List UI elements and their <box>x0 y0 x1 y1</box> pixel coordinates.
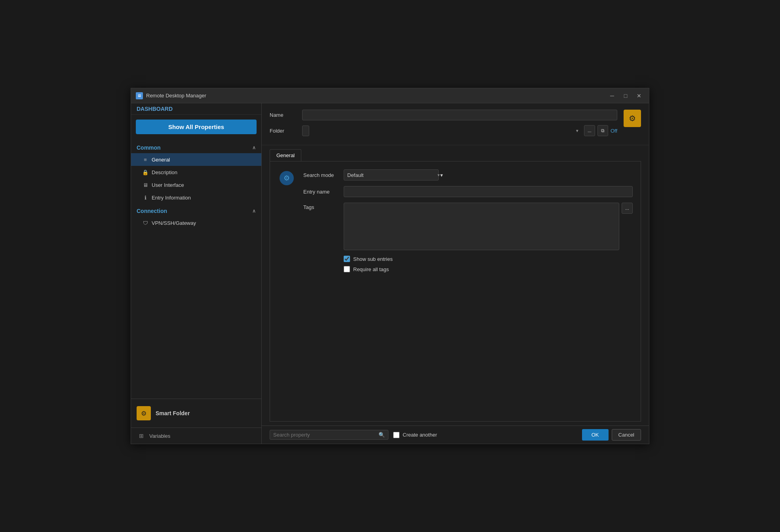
search-mode-select-wrapper: Default Fuzzy Exact ▾ <box>344 169 443 180</box>
sidebar-item-general[interactable]: ≡ General <box>131 153 261 166</box>
folder-chevron-icon: ▾ <box>576 128 578 133</box>
entry-information-icon: ℹ <box>142 194 148 201</box>
tags-textarea[interactable] <box>344 203 619 250</box>
user-interface-icon: 🖥 <box>142 182 148 188</box>
settings-gear-button[interactable]: ⚙ <box>624 110 641 127</box>
name-input[interactable] <box>302 110 617 120</box>
dashboard-label: DASHBOARD <box>131 103 261 115</box>
show-all-properties-button[interactable]: Show All Properties <box>136 120 257 134</box>
entry-name-input[interactable] <box>344 186 633 197</box>
sidebar-item-entry-information-label: Entry Information <box>152 195 191 201</box>
sidebar-bottom-bar: ⊞ Variables <box>131 428 261 444</box>
sidebar-item-entry-information[interactable]: ℹ Entry Information <box>131 191 261 204</box>
sidebar: DASHBOARD Show All Properties Common ∧ ≡… <box>131 103 262 444</box>
sidebar-item-general-label: General <box>152 157 170 163</box>
sidebar-item-description-label: Description <box>152 169 177 175</box>
close-button[interactable]: ✕ <box>634 91 644 100</box>
show-sub-entries-checkbox[interactable] <box>344 256 350 262</box>
variables-label: Variables <box>149 433 170 439</box>
require-all-tags-checkbox[interactable] <box>344 266 350 272</box>
folder-dots-button[interactable]: ... <box>584 125 595 136</box>
content-area: DASHBOARD Show All Properties Common ∧ ≡… <box>131 103 649 444</box>
sidebar-item-vpn-ssh-gateway[interactable]: 🛡 VPN/SSH/Gateway <box>131 217 261 229</box>
common-chevron-icon: ∧ <box>252 145 256 150</box>
search-mode-label: Search mode <box>303 172 339 178</box>
tab-content-general: ⚙ Search mode Default Fuzzy Exac <box>270 162 641 422</box>
bottom-bar: 🔍 Create another OK Cancel <box>262 426 649 444</box>
search-property-box: 🔍 <box>270 430 388 440</box>
tab-section: General ⚙ Search mode <box>262 145 649 426</box>
require-all-tags-row: Require all tags <box>344 266 633 272</box>
tab-bar: General <box>270 149 641 162</box>
entry-name-row: Entry name <box>303 186 633 197</box>
variables-icon[interactable]: ⊞ <box>137 431 146 441</box>
title-bar-controls: ─ □ ✕ <box>607 91 644 100</box>
tab-general-label: General <box>276 152 295 158</box>
sidebar-item-user-interface[interactable]: 🖥 User Interface <box>131 179 261 191</box>
search-property-input[interactable] <box>273 432 376 438</box>
common-group-label: Common <box>137 144 161 151</box>
connection-group-label: Connection <box>137 208 167 214</box>
folder-controls: ▾ ... ⧉ Off <box>302 125 617 136</box>
name-row: Name <box>270 110 617 120</box>
smart-folder-icon: ⚙ <box>137 406 151 420</box>
tags-label: Tags <box>303 203 339 210</box>
form-area: Name Folder ▾ ... <box>270 110 617 141</box>
require-all-tags-label[interactable]: Require all tags <box>353 266 389 272</box>
create-another-checkbox[interactable] <box>393 432 400 438</box>
tags-row: Tags ... <box>303 203 633 250</box>
title-bar: 🖥 Remote Desktop Manager ─ □ ✕ <box>131 88 649 103</box>
general-fields: Search mode Default Fuzzy Exact ▾ <box>303 169 633 276</box>
vpn-icon: 🛡 <box>142 220 148 226</box>
sidebar-item-vpn-label: VPN/SSH/Gateway <box>152 220 196 226</box>
ok-button[interactable]: OK <box>582 429 609 441</box>
app-icon: 🖥 <box>136 92 143 99</box>
tags-input-area: ... <box>344 203 633 250</box>
off-badge[interactable]: Off <box>611 128 617 134</box>
folder-select[interactable] <box>302 125 309 136</box>
main-content: Name Folder ▾ ... <box>262 103 649 444</box>
folder-label: Folder <box>270 128 297 134</box>
show-sub-entries-row: Show sub entries <box>344 256 633 262</box>
entry-name-label: Entry name <box>303 189 339 195</box>
sidebar-footer: ⚙ Smart Folder <box>131 399 261 428</box>
window-title: Remote Desktop Manager <box>146 93 607 99</box>
sidebar-item-description[interactable]: 🔒 Description <box>131 166 261 179</box>
minimize-button[interactable]: ─ <box>607 91 617 100</box>
main-window: 🖥 Remote Desktop Manager ─ □ ✕ DASHBOARD… <box>131 88 649 444</box>
general-gear-icon: ⚙ <box>280 171 294 185</box>
sidebar-top: Show All Properties <box>131 115 261 139</box>
show-sub-entries-label[interactable]: Show sub entries <box>353 256 393 262</box>
search-icon: 🔍 <box>379 432 385 438</box>
search-mode-select[interactable]: Default Fuzzy Exact <box>344 169 439 180</box>
smart-folder-label: Smart Folder <box>156 410 190 416</box>
description-icon: 🔒 <box>142 169 148 175</box>
sidebar-item-user-interface-label: User Interface <box>152 182 184 188</box>
smart-folder[interactable]: ⚙ Smart Folder <box>131 399 261 428</box>
general-icon: ≡ <box>142 156 148 163</box>
general-gear-area: ⚙ <box>278 169 295 276</box>
tags-dots-button[interactable]: ... <box>622 203 633 214</box>
folder-copy-button[interactable]: ⧉ <box>597 125 608 136</box>
search-mode-row: Search mode Default Fuzzy Exact ▾ <box>303 169 633 180</box>
cancel-button[interactable]: Cancel <box>612 429 641 441</box>
general-content: ⚙ Search mode Default Fuzzy Exac <box>278 169 633 276</box>
connection-chevron-icon: ∧ <box>252 208 256 214</box>
maximize-button[interactable]: □ <box>620 91 631 100</box>
connection-group-header[interactable]: Connection ∧ <box>131 204 261 217</box>
folder-row: Folder ▾ ... ⧉ Off <box>270 125 617 136</box>
create-another-label[interactable]: Create another <box>403 432 437 438</box>
sidebar-nav: Common ∧ ≡ General 🔒 Description 🖥 User … <box>131 139 261 399</box>
gear-icon: ⚙ <box>629 114 636 123</box>
common-group-header[interactable]: Common ∧ <box>131 141 261 153</box>
create-another-area: Create another <box>393 432 577 438</box>
search-mode-chevron-icon: ▾ <box>440 172 443 178</box>
name-label: Name <box>270 112 297 118</box>
bottom-buttons: OK Cancel <box>582 429 641 441</box>
main-header: Name Folder ▾ ... <box>262 103 649 145</box>
tab-general[interactable]: General <box>270 149 301 161</box>
